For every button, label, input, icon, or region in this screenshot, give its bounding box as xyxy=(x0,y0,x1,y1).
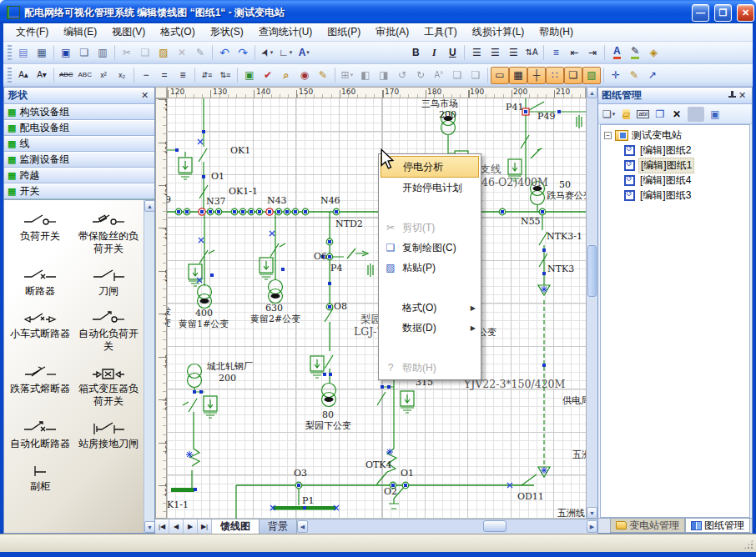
group-monitoring-equipment[interactable]: ▦监测设备组 xyxy=(4,152,154,168)
drawing-explorer-icon[interactable]: ▧ xyxy=(582,67,601,84)
find-shape-icon[interactable]: ⌕ xyxy=(277,67,295,84)
menu-query-stats[interactable]: 查询统计(U) xyxy=(251,23,320,42)
tab-feeder-diagram[interactable]: 馈线图 xyxy=(212,519,260,534)
shapes-panel-close-icon[interactable]: ✕ xyxy=(139,90,151,101)
group-distribution-equipment[interactable]: ▦配电设备组 xyxy=(4,120,154,136)
menu-view[interactable]: 视图(V) xyxy=(104,23,153,42)
ctx-data[interactable]: 数据(D) ▶ xyxy=(381,318,479,338)
pin-icon[interactable] xyxy=(728,91,736,100)
tab-background[interactable]: 背景 xyxy=(260,519,297,534)
highlight-color-icon[interactable]: ✎ xyxy=(626,44,644,62)
toggle-connection-points-icon[interactable]: ∷ xyxy=(546,67,564,84)
ctx-outage-analysis[interactable]: 停电分析 xyxy=(381,156,479,178)
drawing-surface[interactable]: 三鸟市场200P41P49OK1O1OK1-19N37N43N46梨园下支线GY… xyxy=(167,98,586,519)
edit-note-icon[interactable]: ✎ xyxy=(314,67,332,84)
scroll-left-icon[interactable]: ◀ xyxy=(297,520,308,533)
superscript-icon[interactable]: x² xyxy=(94,67,113,84)
tab-substation-management[interactable]: 变电站管理 xyxy=(610,519,685,533)
ctx-cut[interactable]: ✂ 剪切(T) xyxy=(381,218,479,238)
delete-drawing-icon[interactable]: ✕ xyxy=(668,105,685,123)
ctx-start-outage-plan[interactable]: 开始停电计划 xyxy=(381,178,479,198)
stamp-icon[interactable]: ◉ xyxy=(295,67,314,84)
strikethrough-icon[interactable]: ABC xyxy=(57,67,75,84)
bullets-icon[interactable]: ≡ xyxy=(547,44,565,62)
decrease-para-spacing-icon[interactable]: ⇅≡ xyxy=(216,67,234,84)
shape-item[interactable]: 刀闸 xyxy=(74,267,143,298)
shape-item[interactable]: 断路器 xyxy=(6,267,74,298)
style-combo[interactable] xyxy=(313,44,406,62)
decrease-indent-icon[interactable]: ⇤ xyxy=(565,44,583,62)
ctx-help[interactable]: ? 帮助(H) xyxy=(381,358,479,378)
maximize-button[interactable]: ❐ xyxy=(714,4,732,22)
shape-item[interactable]: 自动化断路器 xyxy=(6,419,74,450)
ctx-paste[interactable]: ▨ 粘贴(P) xyxy=(381,258,479,278)
shape-item[interactable]: 副柜 xyxy=(6,462,74,493)
line-spacing-15-icon[interactable]: = xyxy=(155,67,174,84)
align-right-icon[interactable]: ☰ xyxy=(504,44,522,62)
toggle-page-breaks-icon[interactable]: ❏ xyxy=(564,67,582,84)
title-bar[interactable]: 配电网络可视化管理系统 编辑馈线图 “图纸1“ - 测试变电站 — ❐ ✕ xyxy=(0,0,756,23)
emphasis-icon[interactable]: ABC xyxy=(75,67,93,84)
shape-item[interactable]: 小车式断路器 xyxy=(6,309,74,353)
align-center-icon[interactable]: ☰ xyxy=(486,44,504,62)
shape-item[interactable]: 负荷开关 xyxy=(6,212,74,255)
toggle-guides-icon[interactable]: ┼ xyxy=(527,67,546,84)
copy-icon[interactable]: ❏ xyxy=(136,44,154,62)
menu-shape[interactable]: 形状(S) xyxy=(203,23,251,42)
pan-zoom-icon[interactable]: ✛ xyxy=(607,67,625,84)
menu-edit[interactable]: 编辑(E) xyxy=(56,23,104,42)
tree-item-drawing[interactable]: [编辑]图纸3 xyxy=(604,188,749,203)
toggle-ruler-icon[interactable]: ▭ xyxy=(491,67,509,84)
delete-icon[interactable]: ✕ xyxy=(173,44,191,62)
tree-item-drawing[interactable]: [编辑]图纸4 xyxy=(604,173,749,188)
toggle-grid-icon[interactable]: ▦ xyxy=(509,67,527,84)
increase-para-spacing-icon[interactable]: ⇵≡ xyxy=(198,67,216,84)
italic-icon[interactable]: I xyxy=(425,44,443,62)
dropdown-arrow-icon[interactable]: ▾ xyxy=(350,72,354,78)
redo-icon[interactable]: ↷ xyxy=(234,44,252,62)
shape-item[interactable]: 站房接地刀闸 xyxy=(74,419,143,450)
group-crossing[interactable]: ▦跨越 xyxy=(4,168,154,183)
dropdown-arrow-icon[interactable]: ▾ xyxy=(290,49,293,56)
fill-color-icon[interactable]: ◈ xyxy=(644,44,663,62)
minimize-button[interactable]: — xyxy=(692,4,709,22)
new-feeder-diagram-icon[interactable]: ▤ xyxy=(14,44,33,62)
copy-drawing-icon[interactable]: ❐ xyxy=(652,105,668,123)
insert-picture-icon[interactable]: ▣ xyxy=(240,67,259,84)
group-switch[interactable]: ▦开关 xyxy=(4,183,154,199)
scrollbar-thumb[interactable] xyxy=(587,245,597,297)
pointer-tool-icon[interactable]: ➤▾ xyxy=(258,44,276,62)
rotate-text-icon[interactable]: A° xyxy=(430,67,448,84)
underline-icon[interactable]: U xyxy=(443,44,461,62)
menu-help[interactable]: 帮助(H) xyxy=(532,23,581,42)
subscript-icon[interactable]: x₂ xyxy=(113,67,131,84)
menu-approval[interactable]: 审批(A) xyxy=(368,23,416,42)
tree-root-substation[interactable]: − 测试变电站 xyxy=(604,128,749,143)
nav-prev-page[interactable]: ◀ xyxy=(169,519,184,534)
ctx-format[interactable]: 格式(O) ▶ xyxy=(381,298,479,318)
scroll-up-icon[interactable]: ▲ xyxy=(144,200,154,212)
tab-drawing-management[interactable]: 图纸管理 xyxy=(685,519,750,533)
shape-item[interactable]: 自动化负荷开关 xyxy=(74,309,143,353)
approve-icon[interactable]: ✔ xyxy=(259,67,277,84)
scroll-right-icon[interactable]: ▶ xyxy=(587,520,597,533)
dropdown-arrow-icon[interactable]: ▾ xyxy=(306,49,310,56)
flip-vertical-icon[interactable]: ◨ xyxy=(375,67,393,84)
print-icon[interactable]: ▥ xyxy=(93,44,112,62)
print-preview-icon[interactable]: ❏ xyxy=(75,44,93,62)
increase-indent-icon[interactable]: ⇥ xyxy=(583,44,602,62)
font-color-icon[interactable]: A xyxy=(607,44,626,62)
dropdown-arrow-icon[interactable]: ▾ xyxy=(612,111,616,118)
text-tool-icon[interactable]: A▾ xyxy=(295,44,313,62)
drawing-panel-close-icon[interactable]: ✕ xyxy=(736,90,748,101)
cut-icon[interactable]: ✂ xyxy=(118,44,136,62)
substation-view-icon[interactable]: ▣ xyxy=(707,105,723,123)
decrease-font-icon[interactable]: A▾ xyxy=(33,67,51,84)
bring-to-front-icon[interactable]: ❏ xyxy=(448,67,466,84)
group-line[interactable]: ▦线 xyxy=(4,136,154,152)
increase-font-icon[interactable]: A▴ xyxy=(14,67,33,84)
rename-drawing-icon[interactable]: abl xyxy=(634,105,652,123)
new-drawing-icon[interactable]: ❏▾ xyxy=(600,105,617,123)
ctx-copy-drawing[interactable]: ❏ 复制绘图(C) xyxy=(381,238,479,258)
connector-tool-icon[interactable]: ∟▾ xyxy=(276,44,295,62)
